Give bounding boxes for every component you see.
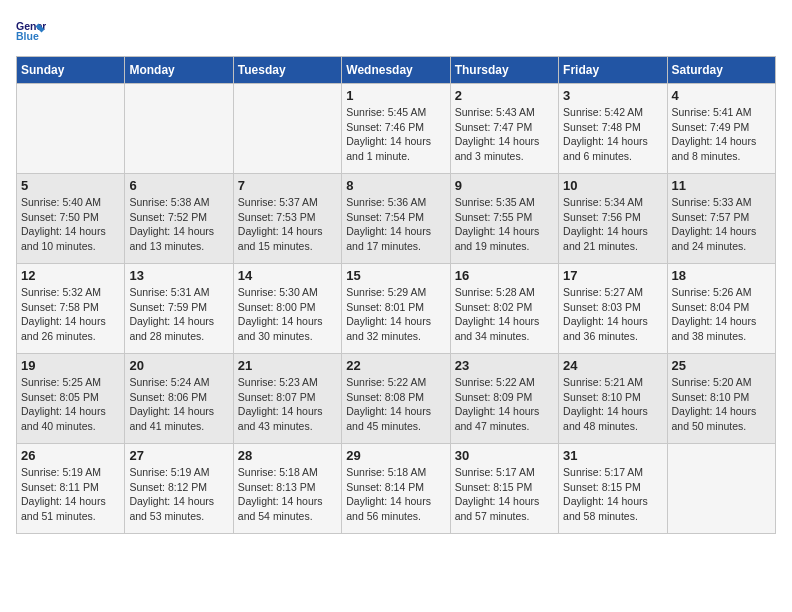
day-info: Sunrise: 5:45 AM Sunset: 7:46 PM Dayligh… <box>346 105 445 164</box>
calendar-cell: 24Sunrise: 5:21 AM Sunset: 8:10 PM Dayli… <box>559 354 667 444</box>
day-number: 6 <box>129 178 228 193</box>
day-number: 25 <box>672 358 771 373</box>
header-wednesday: Wednesday <box>342 57 450 84</box>
day-number: 4 <box>672 88 771 103</box>
day-info: Sunrise: 5:19 AM Sunset: 8:11 PM Dayligh… <box>21 465 120 524</box>
calendar-cell: 26Sunrise: 5:19 AM Sunset: 8:11 PM Dayli… <box>17 444 125 534</box>
day-number: 18 <box>672 268 771 283</box>
calendar-cell <box>667 444 775 534</box>
day-info: Sunrise: 5:17 AM Sunset: 8:15 PM Dayligh… <box>563 465 662 524</box>
week-row-3: 12Sunrise: 5:32 AM Sunset: 7:58 PM Dayli… <box>17 264 776 354</box>
calendar-cell: 3Sunrise: 5:42 AM Sunset: 7:48 PM Daylig… <box>559 84 667 174</box>
day-info: Sunrise: 5:40 AM Sunset: 7:50 PM Dayligh… <box>21 195 120 254</box>
day-info: Sunrise: 5:28 AM Sunset: 8:02 PM Dayligh… <box>455 285 554 344</box>
calendar-cell: 19Sunrise: 5:25 AM Sunset: 8:05 PM Dayli… <box>17 354 125 444</box>
day-info: Sunrise: 5:38 AM Sunset: 7:52 PM Dayligh… <box>129 195 228 254</box>
day-info: Sunrise: 5:22 AM Sunset: 8:08 PM Dayligh… <box>346 375 445 434</box>
header-monday: Monday <box>125 57 233 84</box>
calendar-cell: 28Sunrise: 5:18 AM Sunset: 8:13 PM Dayli… <box>233 444 341 534</box>
day-info: Sunrise: 5:41 AM Sunset: 7:49 PM Dayligh… <box>672 105 771 164</box>
calendar-cell <box>17 84 125 174</box>
day-number: 8 <box>346 178 445 193</box>
calendar-cell: 4Sunrise: 5:41 AM Sunset: 7:49 PM Daylig… <box>667 84 775 174</box>
day-info: Sunrise: 5:33 AM Sunset: 7:57 PM Dayligh… <box>672 195 771 254</box>
logo-icon: General Blue <box>16 16 46 46</box>
day-info: Sunrise: 5:34 AM Sunset: 7:56 PM Dayligh… <box>563 195 662 254</box>
day-info: Sunrise: 5:22 AM Sunset: 8:09 PM Dayligh… <box>455 375 554 434</box>
day-number: 22 <box>346 358 445 373</box>
day-number: 26 <box>21 448 120 463</box>
day-number: 16 <box>455 268 554 283</box>
calendar-cell: 2Sunrise: 5:43 AM Sunset: 7:47 PM Daylig… <box>450 84 558 174</box>
day-info: Sunrise: 5:31 AM Sunset: 7:59 PM Dayligh… <box>129 285 228 344</box>
calendar-cell: 8Sunrise: 5:36 AM Sunset: 7:54 PM Daylig… <box>342 174 450 264</box>
calendar-cell <box>125 84 233 174</box>
calendar-cell: 20Sunrise: 5:24 AM Sunset: 8:06 PM Dayli… <box>125 354 233 444</box>
calendar-cell: 12Sunrise: 5:32 AM Sunset: 7:58 PM Dayli… <box>17 264 125 354</box>
day-info: Sunrise: 5:21 AM Sunset: 8:10 PM Dayligh… <box>563 375 662 434</box>
week-row-2: 5Sunrise: 5:40 AM Sunset: 7:50 PM Daylig… <box>17 174 776 264</box>
calendar-cell: 5Sunrise: 5:40 AM Sunset: 7:50 PM Daylig… <box>17 174 125 264</box>
day-number: 31 <box>563 448 662 463</box>
day-info: Sunrise: 5:26 AM Sunset: 8:04 PM Dayligh… <box>672 285 771 344</box>
calendar-cell: 9Sunrise: 5:35 AM Sunset: 7:55 PM Daylig… <box>450 174 558 264</box>
day-info: Sunrise: 5:43 AM Sunset: 7:47 PM Dayligh… <box>455 105 554 164</box>
day-number: 10 <box>563 178 662 193</box>
week-row-1: 1Sunrise: 5:45 AM Sunset: 7:46 PM Daylig… <box>17 84 776 174</box>
calendar-cell: 17Sunrise: 5:27 AM Sunset: 8:03 PM Dayli… <box>559 264 667 354</box>
week-row-5: 26Sunrise: 5:19 AM Sunset: 8:11 PM Dayli… <box>17 444 776 534</box>
day-info: Sunrise: 5:42 AM Sunset: 7:48 PM Dayligh… <box>563 105 662 164</box>
page-header: General Blue <box>16 16 776 46</box>
day-number: 23 <box>455 358 554 373</box>
header-friday: Friday <box>559 57 667 84</box>
day-number: 27 <box>129 448 228 463</box>
day-info: Sunrise: 5:27 AM Sunset: 8:03 PM Dayligh… <box>563 285 662 344</box>
calendar-cell: 31Sunrise: 5:17 AM Sunset: 8:15 PM Dayli… <box>559 444 667 534</box>
calendar-cell: 7Sunrise: 5:37 AM Sunset: 7:53 PM Daylig… <box>233 174 341 264</box>
day-number: 7 <box>238 178 337 193</box>
calendar-cell: 13Sunrise: 5:31 AM Sunset: 7:59 PM Dayli… <box>125 264 233 354</box>
header-sunday: Sunday <box>17 57 125 84</box>
day-info: Sunrise: 5:18 AM Sunset: 8:13 PM Dayligh… <box>238 465 337 524</box>
calendar-cell: 29Sunrise: 5:18 AM Sunset: 8:14 PM Dayli… <box>342 444 450 534</box>
day-number: 1 <box>346 88 445 103</box>
day-number: 28 <box>238 448 337 463</box>
day-info: Sunrise: 5:35 AM Sunset: 7:55 PM Dayligh… <box>455 195 554 254</box>
day-number: 17 <box>563 268 662 283</box>
day-number: 14 <box>238 268 337 283</box>
calendar-cell: 6Sunrise: 5:38 AM Sunset: 7:52 PM Daylig… <box>125 174 233 264</box>
header-row: SundayMondayTuesdayWednesdayThursdayFrid… <box>17 57 776 84</box>
day-info: Sunrise: 5:29 AM Sunset: 8:01 PM Dayligh… <box>346 285 445 344</box>
day-number: 9 <box>455 178 554 193</box>
calendar-cell: 11Sunrise: 5:33 AM Sunset: 7:57 PM Dayli… <box>667 174 775 264</box>
calendar-cell: 10Sunrise: 5:34 AM Sunset: 7:56 PM Dayli… <box>559 174 667 264</box>
day-info: Sunrise: 5:23 AM Sunset: 8:07 PM Dayligh… <box>238 375 337 434</box>
day-number: 5 <box>21 178 120 193</box>
day-info: Sunrise: 5:17 AM Sunset: 8:15 PM Dayligh… <box>455 465 554 524</box>
calendar-cell: 23Sunrise: 5:22 AM Sunset: 8:09 PM Dayli… <box>450 354 558 444</box>
calendar-cell: 15Sunrise: 5:29 AM Sunset: 8:01 PM Dayli… <box>342 264 450 354</box>
day-number: 13 <box>129 268 228 283</box>
day-info: Sunrise: 5:37 AM Sunset: 7:53 PM Dayligh… <box>238 195 337 254</box>
day-info: Sunrise: 5:30 AM Sunset: 8:00 PM Dayligh… <box>238 285 337 344</box>
calendar-cell: 1Sunrise: 5:45 AM Sunset: 7:46 PM Daylig… <box>342 84 450 174</box>
day-number: 2 <box>455 88 554 103</box>
header-tuesday: Tuesday <box>233 57 341 84</box>
day-info: Sunrise: 5:25 AM Sunset: 8:05 PM Dayligh… <box>21 375 120 434</box>
calendar-cell: 18Sunrise: 5:26 AM Sunset: 8:04 PM Dayli… <box>667 264 775 354</box>
calendar-table: SundayMondayTuesdayWednesdayThursdayFrid… <box>16 56 776 534</box>
day-number: 29 <box>346 448 445 463</box>
calendar-cell: 27Sunrise: 5:19 AM Sunset: 8:12 PM Dayli… <box>125 444 233 534</box>
day-info: Sunrise: 5:32 AM Sunset: 7:58 PM Dayligh… <box>21 285 120 344</box>
week-row-4: 19Sunrise: 5:25 AM Sunset: 8:05 PM Dayli… <box>17 354 776 444</box>
calendar-cell: 22Sunrise: 5:22 AM Sunset: 8:08 PM Dayli… <box>342 354 450 444</box>
day-info: Sunrise: 5:20 AM Sunset: 8:10 PM Dayligh… <box>672 375 771 434</box>
day-number: 20 <box>129 358 228 373</box>
calendar-cell <box>233 84 341 174</box>
day-info: Sunrise: 5:18 AM Sunset: 8:14 PM Dayligh… <box>346 465 445 524</box>
header-thursday: Thursday <box>450 57 558 84</box>
header-saturday: Saturday <box>667 57 775 84</box>
calendar-cell: 14Sunrise: 5:30 AM Sunset: 8:00 PM Dayli… <box>233 264 341 354</box>
calendar-cell: 30Sunrise: 5:17 AM Sunset: 8:15 PM Dayli… <box>450 444 558 534</box>
calendar-cell: 16Sunrise: 5:28 AM Sunset: 8:02 PM Dayli… <box>450 264 558 354</box>
